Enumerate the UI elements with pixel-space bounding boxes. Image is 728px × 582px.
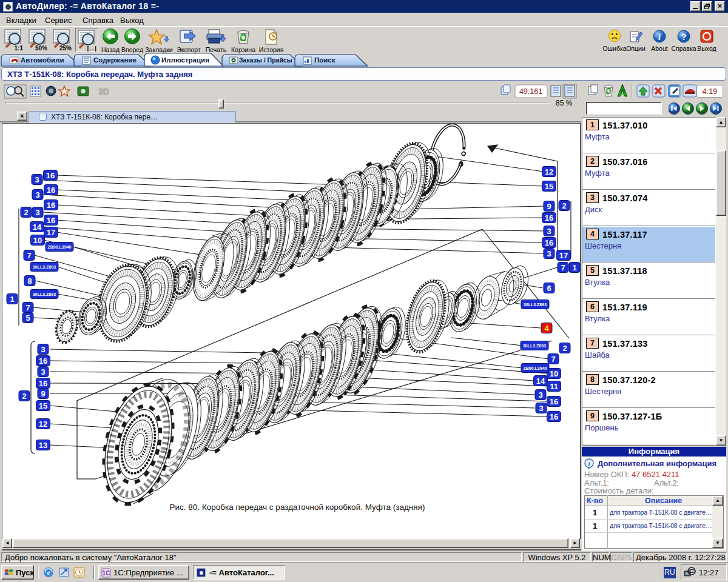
svg-text:2: 2 [562, 344, 567, 353]
svg-text:6: 6 [547, 284, 551, 293]
svg-text:3: 3 [41, 345, 45, 354]
svg-text:4: 4 [544, 324, 549, 333]
svg-text:7: 7 [27, 251, 31, 260]
svg-text:ZB90.L3940: ZB90.L3940 [524, 366, 547, 370]
svg-text:|↔|: |↔| [87, 45, 96, 52]
svg-text:3: 3 [35, 175, 39, 184]
svg-text:2: 2 [24, 208, 28, 217]
svg-text:16: 16 [47, 186, 55, 195]
svg-text:1С: 1С [103, 570, 110, 577]
svg-text:16: 16 [46, 171, 55, 180]
svg-text:?: ? [681, 32, 686, 42]
svg-text:Рис. 80. Коробка передач с раз: Рис. 80. Коробка передач с раздаточной к… [170, 503, 425, 512]
svg-text:Поиск: Поиск [314, 56, 335, 64]
svg-text:25%: 25% [59, 45, 72, 51]
svg-text:30LL3.Z893: 30LL3.Z893 [523, 344, 546, 348]
svg-text:16: 16 [545, 238, 553, 247]
svg-text:9: 9 [547, 202, 551, 211]
svg-text:30LL3.Z893: 30LL3.Z893 [33, 292, 56, 296]
svg-text:14: 14 [33, 222, 42, 232]
svg-text:10: 10 [33, 236, 42, 245]
svg-text:16: 16 [550, 397, 558, 406]
svg-text:3: 3 [35, 190, 39, 199]
svg-text:30LL3.Z893: 30LL3.Z893 [524, 303, 547, 307]
svg-text:50%: 50% [35, 45, 47, 51]
svg-text:7: 7 [25, 303, 30, 312]
svg-text:Заказы / Прайсы: Заказы / Прайсы [239, 56, 292, 64]
svg-text:i: i [658, 33, 661, 42]
svg-text:7: 7 [551, 355, 555, 364]
svg-text:1:1: 1:1 [15, 45, 24, 51]
svg-text:Автомобили: Автомобили [21, 56, 64, 64]
svg-text:12: 12 [39, 420, 47, 429]
svg-text:3: 3 [538, 390, 542, 400]
svg-text:2: 2 [22, 392, 26, 401]
svg-text:10: 10 [550, 369, 558, 378]
svg-text:16: 16 [47, 216, 55, 225]
svg-text:15: 15 [39, 401, 47, 410]
svg-text:3: 3 [35, 208, 39, 217]
svg-text:3: 3 [547, 227, 551, 236]
svg-text:e: e [47, 569, 50, 576]
svg-text:5: 5 [25, 313, 30, 323]
svg-text:12: 12 [545, 167, 553, 176]
svg-text:3: 3 [41, 367, 45, 376]
svg-text:11: 11 [550, 382, 558, 391]
svg-text:16: 16 [550, 412, 558, 421]
svg-text:17: 17 [47, 228, 55, 237]
svg-text:1: 1 [10, 295, 14, 304]
svg-text:8: 8 [27, 276, 32, 286]
svg-text:Иллюстрация: Иллюстрация [161, 56, 209, 64]
svg-text:3: 3 [547, 249, 551, 258]
svg-text:ZB90.L3940: ZB90.L3940 [48, 245, 72, 249]
svg-text:3D: 3D [98, 87, 109, 96]
svg-text:1: 1 [572, 263, 576, 272]
svg-text:17: 17 [559, 251, 568, 260]
svg-text:2: 2 [562, 201, 566, 210]
svg-text:9: 9 [41, 389, 45, 398]
svg-text:7: 7 [561, 263, 565, 272]
svg-text:49:161: 49:161 [519, 87, 542, 96]
svg-text:13: 13 [39, 441, 47, 450]
svg-text:16: 16 [39, 379, 47, 388]
svg-text:16: 16 [47, 201, 55, 210]
svg-text:15: 15 [545, 182, 553, 191]
svg-text:Содержание: Содержание [93, 56, 136, 64]
svg-text:30LL3.Z893: 30LL3.Z893 [33, 265, 56, 269]
svg-text:16: 16 [545, 213, 553, 222]
svg-text:16: 16 [39, 356, 47, 366]
svg-text:3: 3 [539, 404, 543, 413]
svg-text:14: 14 [536, 376, 545, 386]
